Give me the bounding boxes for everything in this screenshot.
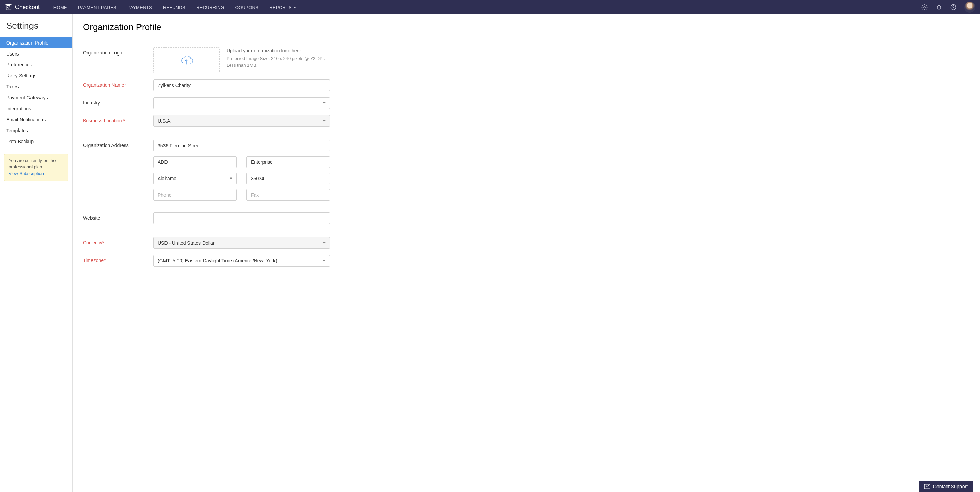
street-input[interactable] bbox=[153, 140, 330, 151]
biz-loc-label: Business Location * bbox=[83, 115, 153, 123]
phone-input[interactable] bbox=[153, 189, 237, 201]
tz-label: Timezone* bbox=[83, 255, 153, 263]
state-select[interactable]: Alabama bbox=[153, 173, 237, 184]
plan-text: You are currently on the professional pl… bbox=[9, 158, 56, 169]
mail-icon bbox=[924, 484, 930, 489]
sidebar-title: Settings bbox=[0, 21, 72, 37]
industry-select[interactable] bbox=[153, 97, 330, 109]
sidebar-item-users[interactable]: Users bbox=[0, 48, 72, 59]
fax-input[interactable] bbox=[247, 189, 330, 201]
help-icon[interactable] bbox=[950, 4, 957, 11]
nav-payment-pages[interactable]: PAYMENT PAGES bbox=[78, 5, 116, 10]
nav-payments[interactable]: PAYMENTS bbox=[127, 5, 152, 10]
sidebar-item-gateways[interactable]: Payment Gateways bbox=[0, 92, 72, 103]
view-subscription-link[interactable]: View Subscription bbox=[9, 170, 44, 177]
top-nav: HOME PAYMENT PAGES PAYMENTS REFUNDS RECU… bbox=[54, 5, 296, 10]
website-label: Website bbox=[83, 212, 153, 221]
app-name: Checkout bbox=[15, 4, 40, 11]
svg-point-0 bbox=[924, 6, 926, 8]
page-title: Organization Profile bbox=[73, 14, 980, 40]
contact-support-button[interactable]: Contact Support bbox=[919, 481, 973, 492]
nav-recurring[interactable]: RECURRING bbox=[196, 5, 224, 10]
upload-limit: Less than 1MB. bbox=[226, 62, 325, 69]
nav-coupons[interactable]: COUPONS bbox=[235, 5, 258, 10]
sidebar: Settings Organization Profile Users Pref… bbox=[0, 14, 73, 492]
tz-select[interactable]: (GMT -5:00) Eastern Daylight Time (Ameri… bbox=[153, 255, 330, 267]
currency-select[interactable]: USD - United States Dollar bbox=[153, 237, 330, 249]
upload-hint: Upload your organization logo here. Pref… bbox=[226, 47, 325, 68]
logo-label: Organization Logo bbox=[83, 47, 153, 56]
nav-reports[interactable]: REPORTS bbox=[269, 5, 296, 10]
upload-title: Upload your organization logo here. bbox=[226, 47, 325, 54]
org-name-input[interactable] bbox=[153, 80, 330, 91]
upload-size: Preferred Image Size: 240 x 240 pixels @… bbox=[226, 55, 325, 62]
sidebar-item-backup[interactable]: Data Backup bbox=[0, 136, 72, 147]
logo-upload-box[interactable] bbox=[153, 47, 220, 73]
avatar[interactable] bbox=[964, 2, 975, 13]
content: Organization Profile Organization Logo U… bbox=[73, 14, 980, 492]
org-name-label: Organization Name* bbox=[83, 80, 153, 88]
sidebar-item-templates[interactable]: Templates bbox=[0, 125, 72, 136]
gear-icon[interactable] bbox=[921, 4, 928, 11]
biz-loc-select[interactable]: U.S.A. bbox=[153, 115, 330, 127]
support-label: Contact Support bbox=[933, 484, 968, 489]
sidebar-item-taxes[interactable]: Taxes bbox=[0, 81, 72, 92]
sidebar-menu: Organization Profile Users Preferences R… bbox=[0, 37, 72, 147]
upload-icon bbox=[179, 53, 194, 67]
plan-box: You are currently on the professional pl… bbox=[4, 154, 68, 181]
zip-input[interactable] bbox=[247, 173, 330, 184]
checkout-icon bbox=[5, 3, 12, 11]
sidebar-item-email[interactable]: Email Notifications bbox=[0, 114, 72, 125]
addr-label: Organization Address bbox=[83, 140, 153, 148]
app-logo[interactable]: Checkout bbox=[5, 3, 40, 11]
nav-refunds[interactable]: REFUNDS bbox=[163, 5, 185, 10]
sidebar-item-retry[interactable]: Retry Settings bbox=[0, 70, 72, 81]
currency-label: Currency* bbox=[83, 237, 153, 245]
nav-home[interactable]: HOME bbox=[54, 5, 67, 10]
addr-line2-input[interactable] bbox=[153, 156, 237, 168]
top-bar: Checkout HOME PAYMENT PAGES PAYMENTS REF… bbox=[0, 0, 980, 14]
city-input[interactable] bbox=[247, 156, 330, 168]
top-icons bbox=[921, 2, 975, 13]
sidebar-item-org-profile[interactable]: Organization Profile bbox=[0, 37, 72, 48]
sidebar-item-integrations[interactable]: Integrations bbox=[0, 103, 72, 114]
industry-label: Industry bbox=[83, 97, 153, 105]
bell-icon[interactable] bbox=[935, 4, 942, 11]
sidebar-item-preferences[interactable]: Preferences bbox=[0, 59, 72, 70]
website-input[interactable] bbox=[153, 212, 330, 224]
